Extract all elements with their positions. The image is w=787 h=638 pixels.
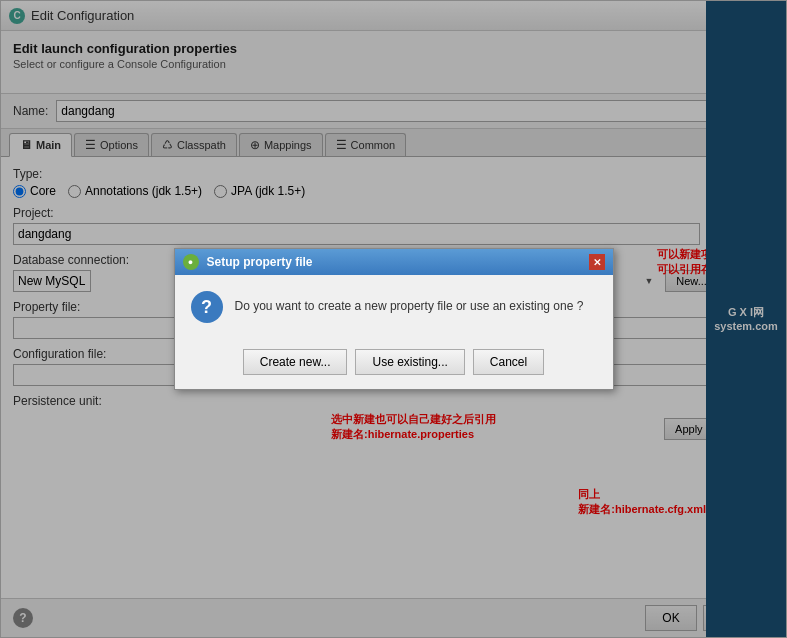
modal-cancel-button[interactable]: Cancel bbox=[473, 349, 544, 375]
modal-title-text: Setup property file bbox=[207, 255, 313, 269]
modal-overlay: ● Setup property file ✕ ? Do you want to… bbox=[1, 1, 786, 637]
modal-close-button[interactable]: ✕ bbox=[589, 254, 605, 270]
modal-title-bar: ● Setup property file ✕ bbox=[175, 249, 613, 275]
modal-question-icon: ? bbox=[191, 291, 223, 323]
modal-footer: Create new... Use existing... Cancel bbox=[175, 339, 613, 389]
modal-title-icon: ● bbox=[183, 254, 199, 270]
modal-body: ? Do you want to create a new property f… bbox=[175, 275, 613, 339]
create-new-button[interactable]: Create new... bbox=[243, 349, 348, 375]
main-window: C Edit Configuration ✕ Edit launch confi… bbox=[0, 0, 787, 638]
modal-title-left: ● Setup property file bbox=[183, 254, 313, 270]
setup-property-dialog: ● Setup property file ✕ ? Do you want to… bbox=[174, 248, 614, 390]
modal-message: Do you want to create a new property fil… bbox=[235, 291, 584, 315]
use-existing-button[interactable]: Use existing... bbox=[355, 349, 464, 375]
